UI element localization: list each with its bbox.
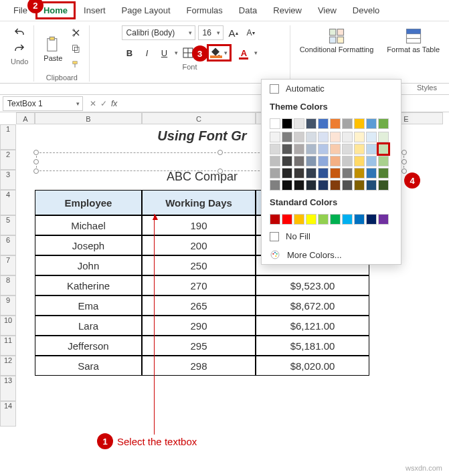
color-swatch[interactable] (378, 168, 389, 178)
automatic-option[interactable]: Automatic (262, 80, 401, 98)
color-swatch[interactable] (366, 156, 377, 166)
color-swatch[interactable] (270, 168, 280, 178)
color-swatch[interactable] (294, 168, 304, 178)
color-swatch[interactable] (354, 118, 365, 129)
cancel-icon[interactable]: ✕ (90, 99, 96, 108)
color-swatch[interactable] (318, 168, 329, 178)
cut-button[interactable] (69, 25, 84, 40)
color-swatch[interactable] (330, 168, 341, 178)
color-swatch[interactable] (306, 168, 317, 178)
color-swatch[interactable] (378, 180, 389, 191)
row-14[interactable]: 14 (0, 401, 16, 427)
color-swatch[interactable] (330, 144, 341, 154)
color-swatch[interactable] (270, 132, 280, 142)
row-6[interactable]: 6 (0, 235, 16, 255)
color-swatch[interactable] (354, 144, 365, 154)
underline-button[interactable]: U (157, 45, 172, 60)
increase-font-button[interactable]: A▴ (226, 25, 241, 40)
table-cell[interactable]: Katherine (35, 275, 142, 295)
table-cell[interactable]: 290 (142, 316, 256, 336)
table-cell[interactable]: Ema (35, 295, 142, 316)
color-swatch[interactable] (378, 156, 389, 166)
color-swatch[interactable] (378, 144, 389, 154)
no-fill-option[interactable]: No Fill (262, 227, 401, 245)
color-swatch[interactable] (318, 144, 329, 154)
color-swatch[interactable] (378, 132, 389, 142)
undo-button[interactable] (12, 25, 27, 40)
fx-icon[interactable]: fx (111, 99, 117, 108)
color-swatch[interactable] (270, 180, 280, 191)
table-cell[interactable]: 200 (142, 235, 256, 255)
font-color-button[interactable]: A (237, 45, 252, 60)
color-swatch[interactable] (294, 132, 304, 142)
color-swatch[interactable] (342, 180, 353, 191)
italic-button[interactable]: I (140, 45, 155, 60)
font-size-select[interactable]: 16 (198, 25, 223, 40)
color-swatch[interactable] (282, 214, 292, 225)
color-swatch[interactable] (330, 132, 341, 142)
color-swatch[interactable] (282, 156, 292, 166)
conditional-formatting-button[interactable]: Conditional Formatting (296, 25, 378, 82)
table-cell[interactable]: 298 (142, 356, 256, 376)
col-A[interactable]: A (16, 112, 35, 124)
color-swatch[interactable] (366, 180, 377, 191)
row-8[interactable]: 8 (0, 275, 16, 295)
color-swatch[interactable] (354, 180, 365, 191)
color-swatch[interactable] (330, 118, 341, 129)
copy-button[interactable] (69, 41, 84, 56)
color-swatch[interactable] (306, 156, 317, 166)
decrease-font-button[interactable]: A▾ (244, 25, 258, 40)
color-swatch[interactable] (342, 168, 353, 178)
color-swatch[interactable] (378, 118, 389, 129)
enter-icon[interactable]: ✓ (100, 99, 107, 108)
color-swatch[interactable] (294, 156, 304, 166)
tab-data[interactable]: Data (231, 1, 265, 19)
color-swatch[interactable] (270, 144, 280, 154)
color-swatch[interactable] (294, 214, 304, 225)
table-cell[interactable]: 295 (142, 336, 256, 356)
tab-review[interactable]: Review (265, 1, 310, 19)
color-swatch[interactable] (354, 156, 365, 166)
table-cell[interactable]: Joseph (35, 235, 142, 255)
format-as-table-button[interactable]: Format as Table (383, 25, 444, 82)
color-swatch[interactable] (282, 144, 292, 154)
color-swatch[interactable] (270, 156, 280, 166)
name-box[interactable]: TextBox 1 (3, 96, 83, 111)
table-cell[interactable]: John (35, 255, 142, 275)
table-cell[interactable]: Lara (35, 316, 142, 336)
color-swatch[interactable] (366, 168, 377, 178)
color-swatch[interactable] (342, 214, 353, 225)
table-cell[interactable]: $5,181.00 (256, 336, 369, 356)
redo-button[interactable] (12, 41, 27, 56)
row-13[interactable]: 13 (0, 376, 16, 401)
paste-button[interactable]: Paste (39, 34, 66, 64)
tab-developer[interactable]: Develo (345, 1, 387, 19)
color-swatch[interactable] (282, 118, 292, 129)
color-swatch[interactable] (282, 168, 292, 178)
table-cell[interactable]: $9,523.00 (256, 275, 369, 295)
color-swatch[interactable] (318, 156, 329, 166)
table-cell[interactable]: $8,020.00 (256, 356, 369, 376)
color-swatch[interactable] (270, 214, 280, 225)
tab-view[interactable]: View (310, 1, 345, 19)
more-colors-option[interactable]: More Colors... (262, 245, 401, 264)
col-B[interactable]: B (35, 112, 142, 124)
row-5[interactable]: 5 (0, 215, 16, 235)
tab-insert[interactable]: Insert (76, 1, 114, 19)
font-name-select[interactable]: Calibri (Body) (122, 25, 195, 40)
format-painter-button[interactable] (69, 57, 84, 72)
fill-color-button[interactable]: ▾ (207, 44, 232, 62)
color-swatch[interactable] (354, 168, 365, 178)
table-cell[interactable]: Sara (35, 356, 142, 376)
tab-formulas[interactable]: Formulas (179, 1, 231, 19)
color-swatch[interactable] (366, 118, 377, 129)
color-swatch[interactable] (342, 132, 353, 142)
color-swatch[interactable] (306, 144, 317, 154)
row-1[interactable]: 1 (0, 124, 16, 150)
row-12[interactable]: 12 (0, 356, 16, 376)
color-swatch[interactable] (354, 214, 365, 225)
table-cell[interactable]: 250 (142, 255, 256, 275)
table-cell[interactable]: 270 (142, 275, 256, 295)
row-7[interactable]: 7 (0, 255, 16, 275)
color-swatch[interactable] (306, 214, 317, 225)
